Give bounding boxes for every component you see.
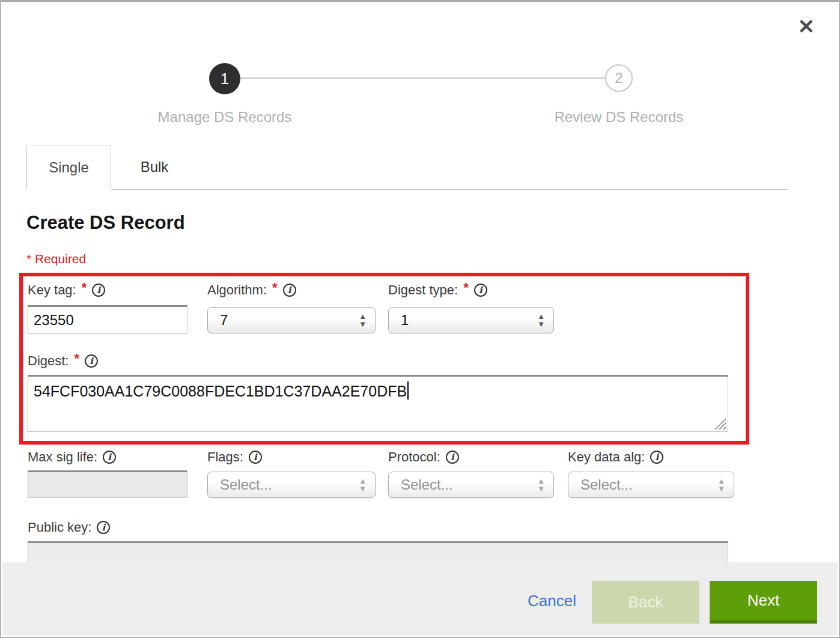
algorithm-label: Algorithm: * i: [207, 282, 296, 299]
arrow-down-icon: ▼: [359, 321, 367, 327]
info-icon[interactable]: i: [446, 451, 459, 464]
max-sig-life-label: Max sig life: i: [28, 449, 116, 466]
protocol-select[interactable]: Select... ▲ ▼: [388, 472, 554, 498]
public-key-label: Public key: i: [28, 519, 110, 536]
tab-single[interactable]: Single: [26, 145, 111, 189]
step-2-circle: 2: [605, 64, 633, 92]
digest-textarea[interactable]: 54FCF030AA1C79C0088FDEC1BD1C37DAA2E70DFB: [28, 375, 728, 432]
digest-type-label: Digest type: * i: [388, 282, 487, 299]
select-arrows-icon: ▲ ▼: [537, 313, 545, 327]
modal-footer: Cancel Back Next: [2, 562, 838, 636]
step-1-circle: 1: [209, 63, 240, 94]
key-data-alg-label-text: Key data alg:: [568, 449, 645, 465]
arrow-down-icon: ▼: [537, 321, 545, 327]
arrow-down-icon: ▼: [359, 485, 367, 492]
select-arrows-icon: ▲ ▼: [537, 478, 545, 492]
info-icon[interactable]: i: [103, 451, 116, 464]
arrow-up-icon: ▲: [537, 313, 545, 320]
tab-bulk[interactable]: Bulk: [111, 145, 198, 189]
info-icon[interactable]: i: [97, 521, 110, 534]
text-caret: [407, 381, 409, 400]
info-icon[interactable]: i: [85, 354, 98, 368]
digest-value: 54FCF030AA1C79C0088FDEC1BD1C37DAA2E70DFB: [34, 383, 407, 400]
public-key-label-text: Public key:: [28, 520, 91, 535]
key-data-alg-select-value: Select...: [580, 476, 633, 493]
step-1-label: Manage DS Records: [129, 109, 321, 126]
digest-type-select[interactable]: 1 ▲ ▼: [388, 307, 554, 333]
algorithm-select-value: 7: [220, 312, 228, 329]
flags-select[interactable]: Select... ▲ ▼: [207, 472, 376, 498]
algorithm-label-text: Algorithm:: [207, 282, 267, 298]
protocol-label-text: Protocol:: [388, 449, 440, 465]
digest-type-select-value: 1: [401, 312, 409, 329]
next-button[interactable]: Next: [710, 581, 817, 624]
algorithm-select[interactable]: 7 ▲ ▼: [207, 307, 376, 333]
arrow-up-icon: ▲: [537, 478, 545, 484]
close-icon[interactable]: ✕: [798, 16, 815, 37]
select-arrows-icon: ▲ ▼: [359, 313, 367, 327]
info-icon[interactable]: i: [283, 284, 296, 297]
digest-type-label-text: Digest type:: [388, 282, 458, 298]
max-sig-life-label-text: Max sig life:: [28, 449, 97, 465]
select-arrows-icon: ▲ ▼: [359, 478, 367, 492]
required-asterisk: *: [74, 351, 79, 366]
create-ds-record-modal: ✕ 1 2 Manage DS Records Review DS Record…: [0, 0, 840, 638]
digest-label-text: Digest:: [28, 353, 68, 369]
key-data-alg-select[interactable]: Select... ▲ ▼: [568, 472, 734, 498]
page-title: Create DS Record: [26, 212, 185, 234]
info-icon[interactable]: i: [474, 284, 487, 297]
back-button[interactable]: Back: [592, 581, 699, 624]
arrow-up-icon: ▲: [717, 478, 725, 484]
required-note: * Required: [26, 252, 86, 266]
max-sig-life-input[interactable]: [28, 470, 187, 498]
protocol-select-value: Select...: [401, 476, 453, 493]
cancel-button[interactable]: Cancel: [528, 592, 576, 610]
info-icon[interactable]: i: [650, 451, 663, 464]
stepper-connector-line: [225, 77, 619, 79]
key-data-alg-label: Key data alg: i: [568, 449, 663, 466]
arrow-down-icon: ▼: [717, 485, 725, 492]
select-arrows-icon: ▲ ▼: [717, 478, 725, 492]
resize-grip-icon[interactable]: [714, 418, 726, 430]
arrow-up-icon: ▲: [359, 478, 367, 484]
required-asterisk: *: [82, 280, 87, 296]
flags-label: Flags: i: [207, 449, 262, 466]
step-2-label: Review DS Records: [523, 109, 715, 126]
protocol-label: Protocol: i: [388, 449, 459, 466]
key-tag-input[interactable]: 23550: [28, 305, 187, 334]
flags-select-value: Select...: [220, 476, 272, 493]
digest-label: Digest: * i: [28, 353, 98, 369]
flags-label-text: Flags:: [207, 449, 243, 465]
arrow-up-icon: ▲: [359, 313, 367, 320]
info-icon[interactable]: i: [92, 284, 105, 297]
arrow-down-icon: ▼: [537, 485, 545, 492]
required-asterisk: *: [272, 280, 278, 296]
key-tag-label: Key tag: * i: [28, 282, 105, 299]
info-icon[interactable]: i: [249, 451, 262, 464]
required-asterisk: *: [463, 280, 469, 296]
tab-underline: [111, 189, 788, 190]
key-tag-label-text: Key tag:: [28, 282, 76, 298]
